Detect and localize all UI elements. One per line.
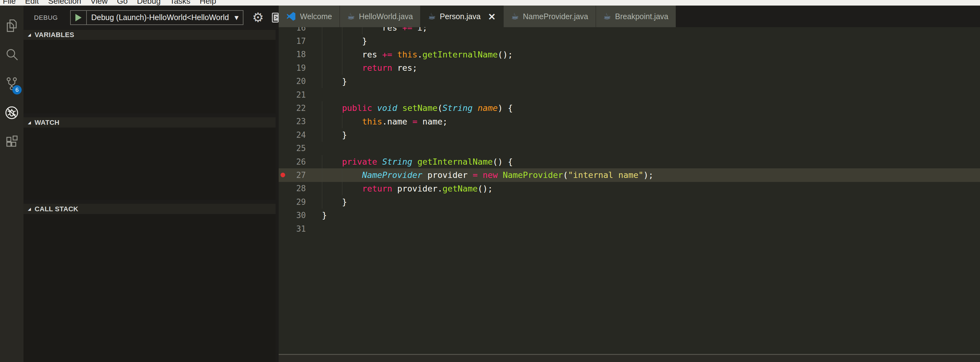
- indent-guide: [322, 61, 322, 75]
- debug-toolbar: DEBUG Debug (Launch)-HelloWorld<HelloWor…: [24, 6, 279, 30]
- line-number[interactable]: 19: [279, 64, 322, 73]
- indent-guide: [342, 115, 342, 128]
- section-call-stack: ◢CALL STACK: [24, 204, 275, 362]
- code-token: }: [322, 197, 347, 206]
- code-token: NameProvider: [362, 170, 422, 180]
- tab-nameprovider-java[interactable]: ☕NameProvider.java: [504, 6, 596, 27]
- indent-guide: [322, 155, 322, 168]
- indent-guide: [322, 182, 322, 195]
- indent-guide: [322, 168, 322, 182]
- editor-group: Welcome☕HelloWorld.java☕Person.java×☕Nam…: [279, 6, 980, 362]
- code-token: [322, 157, 342, 167]
- gear-icon[interactable]: ⚙: [252, 11, 264, 24]
- tab-label: Person.java: [440, 12, 481, 21]
- tab-welcome[interactable]: Welcome: [279, 6, 340, 27]
- section-header-call-stack[interactable]: ◢CALL STACK: [24, 204, 275, 214]
- menu-item-file[interactable]: File: [0, 0, 21, 6]
- code-text: }: [322, 208, 327, 222]
- code-text: return res;: [322, 61, 417, 75]
- debug-config-dropdown[interactable]: Debug (Launch)-HelloWorld<HelloWorld ▼: [87, 11, 243, 24]
- indent-guide: [322, 195, 322, 208]
- menu-item-label: Selection: [48, 0, 81, 6]
- vscode-window: FileEditSelectionViewGoDebugTasksHelp 6 …: [0, 0, 980, 362]
- search-icon[interactable]: [0, 40, 24, 69]
- code-line: 22 public void setName(String name) {: [279, 101, 980, 114]
- debug-sidebar: DEBUG Debug (Launch)-HelloWorld<HelloWor…: [24, 6, 279, 362]
- line-number[interactable]: 22: [279, 103, 322, 113]
- menu-item-go[interactable]: Go: [113, 0, 132, 6]
- code-line: 31: [279, 222, 980, 235]
- code-token: [498, 170, 503, 180]
- code-token: getName: [442, 184, 478, 193]
- code-token: return: [362, 63, 392, 73]
- indent-guide: [322, 128, 322, 141]
- indent-guide: [322, 75, 322, 88]
- menu-item-label: Debug: [137, 0, 161, 6]
- code-token: .name: [382, 117, 412, 126]
- code-token: this: [362, 117, 382, 126]
- line-number[interactable]: 29: [279, 197, 322, 206]
- code-line: 20 }: [279, 75, 980, 88]
- close-icon[interactable]: ×: [488, 12, 496, 21]
- code-token: new: [483, 170, 498, 180]
- java-file-icon: ☕: [603, 12, 611, 21]
- code-token: getInternalName: [422, 50, 498, 59]
- line-number[interactable]: 17: [279, 37, 322, 46]
- line-number[interactable]: 28: [279, 184, 322, 193]
- code-token: }: [322, 76, 347, 86]
- menu-item-help[interactable]: Help: [195, 0, 221, 6]
- java-file-icon: ☕: [428, 12, 436, 21]
- menu-item-tasks[interactable]: Tasks: [165, 0, 195, 6]
- section-variables: ◢VARIABLES: [24, 30, 275, 113]
- code-line: 27 NameProvider provider = new NameProvi…: [279, 168, 980, 182]
- source-control-icon[interactable]: 6: [0, 69, 24, 98]
- section-header-watch[interactable]: ◢WATCH: [24, 117, 275, 127]
- line-number[interactable]: 26: [279, 157, 322, 167]
- tab-person-java[interactable]: ☕Person.java×: [420, 6, 504, 27]
- line-number[interactable]: 21: [279, 90, 322, 100]
- tab-helloworld-java[interactable]: ☕HelloWorld.java: [340, 6, 421, 27]
- section-header-variables[interactable]: ◢VARIABLES: [24, 30, 275, 40]
- source-control-badge: 6: [12, 85, 22, 95]
- menu-item-edit[interactable]: Edit: [21, 0, 44, 6]
- code-token: ();: [478, 184, 493, 193]
- extensions-icon[interactable]: [0, 127, 24, 156]
- line-number[interactable]: 16: [279, 27, 322, 32]
- code-token: getInternalName: [417, 157, 493, 167]
- tab-label: Breakpoint.java: [615, 12, 668, 21]
- code-token: [478, 170, 483, 180]
- code-token: "internal name": [568, 170, 644, 180]
- java-file-icon: ☕: [511, 12, 519, 21]
- code-token: [372, 103, 377, 113]
- line-number[interactable]: 25: [279, 144, 322, 153]
- section-content-watch: [24, 127, 275, 200]
- code-line: 23 this.name = name;: [279, 115, 980, 128]
- chevron-down-icon: ▼: [234, 14, 239, 21]
- code-token: }: [322, 210, 327, 220]
- code-token: [322, 103, 342, 113]
- line-number[interactable]: 30: [279, 211, 322, 220]
- line-number[interactable]: 31: [279, 224, 322, 233]
- section-watch: ◢WATCH: [24, 117, 275, 200]
- tab-breakpoint-java[interactable]: ☕Breakpoint.java: [596, 6, 676, 27]
- play-icon: [75, 14, 81, 21]
- indent-guide: [342, 182, 342, 195]
- code-token: String: [382, 157, 412, 167]
- start-debug-button[interactable]: [71, 11, 87, 24]
- line-number[interactable]: 20: [279, 76, 322, 86]
- debug-icon[interactable]: [0, 98, 24, 127]
- menu-item-view[interactable]: View: [86, 0, 113, 6]
- code-text: }: [322, 128, 347, 141]
- code-token: ();: [498, 50, 513, 59]
- menu-item-selection[interactable]: Selection: [44, 0, 86, 6]
- line-number[interactable]: 27: [279, 170, 322, 180]
- menu-item-debug[interactable]: Debug: [132, 0, 165, 6]
- debug-console-icon[interactable]: >: [272, 13, 279, 22]
- explorer-icon[interactable]: [0, 11, 24, 40]
- code-token: i;: [412, 27, 428, 32]
- line-number[interactable]: 18: [279, 50, 322, 59]
- code-line: 29 }: [279, 195, 980, 208]
- line-number[interactable]: 24: [279, 130, 322, 140]
- line-number[interactable]: 23: [279, 117, 322, 126]
- code-editor[interactable]: 16 res += i;17 }18 res += this.getIntern…: [279, 27, 980, 362]
